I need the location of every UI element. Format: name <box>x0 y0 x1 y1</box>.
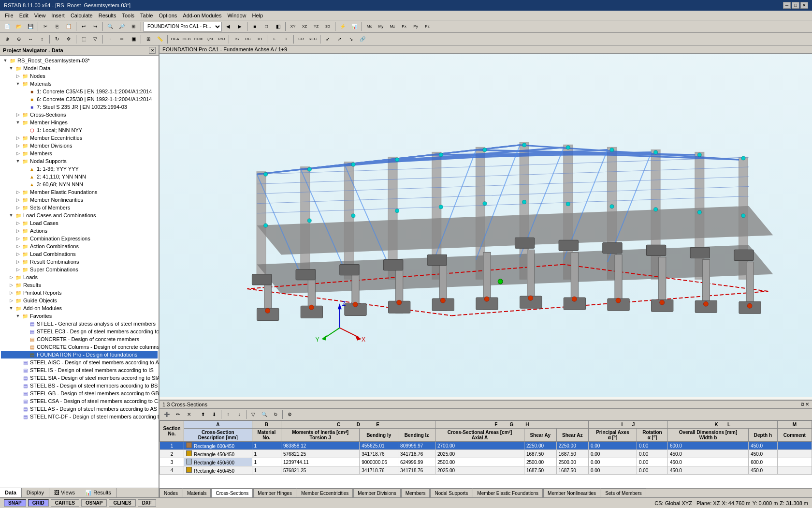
tb-view-3d[interactable]: 3D <box>322 21 333 32</box>
tree-support1[interactable]: ▲ 1: 1-36; YYY YYY <box>1 165 158 173</box>
tb2-btn4[interactable]: ↕ <box>37 34 47 45</box>
view-canvas[interactable]: Z X Y <box>160 54 812 397</box>
tb2-th[interactable]: TH <box>254 34 265 45</box>
tb-open[interactable]: 📂 <box>14 21 24 32</box>
bottom-nav-tab-nodes[interactable]: Nodes <box>160 489 182 497</box>
tb2-select[interactable]: ⬚ <box>78 34 89 45</box>
tb-render[interactable]: ■ <box>249 21 260 32</box>
tb2-btn1[interactable]: ⊕ <box>2 34 13 45</box>
tree-results[interactable]: ▷ 📁 Results <box>1 281 158 289</box>
tb-mz[interactable]: Mz <box>387 21 398 32</box>
tb2-misc3[interactable]: ↘ <box>346 34 356 45</box>
tree-member-divisions[interactable]: ▷ 📁 Member Divisions <box>1 142 158 149</box>
bottom-nav-tab-member-elastic-foundations[interactable]: Member Elastic Foundations <box>473 489 543 497</box>
status-cartes[interactable]: CARTES <box>51 499 79 507</box>
tb-paste[interactable]: 📋 <box>63 21 74 32</box>
tb-save[interactable]: 💾 <box>25 21 36 32</box>
tree-load-cases[interactable]: ▷ 📁 Load Cases <box>1 219 158 227</box>
tree-steel-csa[interactable]: ▤ STEEL CSA - Design of steel members ac… <box>1 397 158 405</box>
status-glines[interactable]: GLINES <box>109 499 135 507</box>
tree-sets-of-members[interactable]: ▷ 📁 Sets of Members <box>1 204 158 211</box>
minimize-button[interactable]: ─ <box>783 2 791 9</box>
tree-steel-aisc[interactable]: ▤ STEEL AISC - Design of steel members a… <box>1 359 158 366</box>
tb2-node[interactable]: · <box>105 34 116 45</box>
tree-steel-ntc[interactable]: ▤ STEEL NTC-DF - Design of steel members… <box>1 413 158 420</box>
tree-steel-bs[interactable]: ▤ STEEL BS - Design of steel members acc… <box>1 382 158 389</box>
bottom-nav-tab-member-nonlinearities[interactable]: Member Nonlinearities <box>543 489 600 497</box>
tree-support2[interactable]: ▲ 2: 41,110; YNN NNN <box>1 173 158 180</box>
tb-view-xz[interactable]: XZ <box>299 21 310 32</box>
tree-materials[interactable]: ▼ 📁 Materials <box>1 80 158 88</box>
table-row[interactable]: 1Rectangle 600/4501983858.12455625.01809… <box>160 442 812 450</box>
tb2-annot5[interactable]: R/O <box>216 34 227 45</box>
tb-wireframe[interactable]: □ <box>261 21 272 32</box>
bt-sort-asc[interactable]: ↑ <box>223 409 233 420</box>
tb2-move[interactable]: ✥ <box>63 34 74 45</box>
bt-sort-desc[interactable]: ↓ <box>234 409 245 420</box>
tb2-misc1[interactable]: ⤢ <box>322 34 333 45</box>
tree-combination-expressions[interactable]: ▷ 📁 Combination Expressions <box>1 235 158 242</box>
tree-steel-general[interactable]: ▤ STEEL - General stress analysis of ste… <box>1 320 158 328</box>
foundation-dropdown[interactable]: FOUNDATION Pro CA1 - Ft... <box>143 22 222 31</box>
tree-member-nonlinearities[interactable]: ▷ 📁 Member Nonlinearities <box>1 196 158 204</box>
tree-printout[interactable]: ▷ 📁 Printout Reports <box>1 289 158 297</box>
tb2-rotate[interactable]: ↻ <box>52 34 62 45</box>
tab-views[interactable]: 🖼 Views <box>49 488 80 497</box>
tree-concrete-columns[interactable]: ▤ CONCRETE Columns - Design of concrete … <box>1 343 158 351</box>
tb2-misc4[interactable]: 🔗 <box>357 34 368 45</box>
tb-next[interactable]: ▶ <box>234 21 245 32</box>
tb-calculate[interactable]: ⚡ <box>337 21 348 32</box>
menu-view[interactable]: View <box>31 12 49 19</box>
tb2-l[interactable]: L <box>269 34 280 45</box>
menu-tools[interactable]: Tools <box>119 12 137 19</box>
tree-super-combinations[interactable]: ▷ 📁 Super Combinations <box>1 266 158 273</box>
tb-redo[interactable]: ↪ <box>90 21 101 32</box>
tb2-annot2[interactable]: HEB <box>181 34 192 45</box>
bottom-nav-tab-cross-sections[interactable]: Cross-Sections <box>211 489 253 497</box>
tb-my[interactable]: My <box>376 21 386 32</box>
tb-zoom-fit[interactable]: ⊞ <box>128 21 139 32</box>
tree-mat1[interactable]: ■ 1: Concrete C35/45 | EN 1992-1-1:2004/… <box>1 88 158 95</box>
tree-steel-is[interactable]: ▤ STEEL IS - Design of steel members acc… <box>1 366 158 374</box>
tb2-annot3[interactable]: HEM <box>193 34 203 45</box>
tb2-annot4[interactable]: Q/0 <box>204 34 215 45</box>
tree-load-combinations[interactable]: ▷ 📁 Load Combinations <box>1 250 158 258</box>
tb-zoom-in[interactable]: 🔍 <box>105 21 116 32</box>
tb-py[interactable]: Py <box>410 21 421 32</box>
tree-model-data[interactable]: ▼ 📁 Model Data <box>1 64 158 72</box>
tb2-rec[interactable]: REC <box>307 34 318 45</box>
tb-prev[interactable]: ◀ <box>223 21 233 32</box>
tree-steel-as[interactable]: ▤ STEEL AS - Design of steel members acc… <box>1 405 158 413</box>
menu-results[interactable]: Results <box>96 12 119 19</box>
tree-load-cases-comb[interactable]: ▼ 📁 Load Cases and Combinations <box>1 211 158 219</box>
menu-file[interactable]: File <box>2 12 16 19</box>
tb-view-yz[interactable]: YZ <box>311 21 321 32</box>
bt-export[interactable]: ⬇ <box>209 409 219 420</box>
tree-action-combinations[interactable]: ▷ 📁 Action Combinations <box>1 242 158 250</box>
tb2-rc[interactable]: RC <box>243 34 253 45</box>
bt-filter[interactable]: ▽ <box>248 409 259 420</box>
tree-loads[interactable]: ▷ 📁 Loads <box>1 273 158 281</box>
tb2-btn2[interactable]: ⊖ <box>14 34 24 45</box>
tb-shade[interactable]: ◧ <box>273 21 283 32</box>
bottom-nav-tab-member-hinges[interactable]: Member Hinges <box>253 489 296 497</box>
bottom-nav-tab-nodal-supports[interactable]: Nodal Supports <box>430 489 472 497</box>
bt-delete[interactable]: ✕ <box>184 409 194 420</box>
tree-steel-gb[interactable]: ▤ STEEL GB - Design of steel members acc… <box>1 389 158 397</box>
tree-steel-sia[interactable]: ▤ STEEL SIA - Design of steel members ac… <box>1 374 158 382</box>
tab-results[interactable]: 📊 Results <box>80 488 116 497</box>
menu-addon[interactable]: Add-on Modules <box>180 12 224 19</box>
status-grid[interactable]: GRID <box>28 499 49 507</box>
tb2-filter[interactable]: ▽ <box>90 34 101 45</box>
table-row[interactable]: 2Rectangle 450/4501576821.25341718.76341… <box>160 450 812 458</box>
tree-root[interactable]: ▼ 📁 RS_Roost_Gesamtsystem-03* <box>1 57 158 64</box>
tree-mat6[interactable]: ■ 6: Concrete C25/30 | EN 1992-1-1:2004/… <box>1 95 158 103</box>
table-row[interactable]: 3Rectangle 450/60011239744.119000000.056… <box>160 458 812 466</box>
tree-steel-ec3[interactable]: ▤ STEEL EC3 - Design of steel members ac… <box>1 328 158 335</box>
tree-guide-objects[interactable]: ▷ 📁 Guide Objects <box>1 297 158 304</box>
tb2-snap[interactable]: ⊞ <box>143 34 154 45</box>
bt-edit[interactable]: ✏ <box>173 409 183 420</box>
tb2-cr[interactable]: CR <box>296 34 306 45</box>
bottom-nav-tab-materials[interactable]: Materials <box>183 489 211 497</box>
tree-mat7[interactable]: ■ 7: Steel S 235 JR | EN 10025:1994-03 <box>1 103 158 111</box>
